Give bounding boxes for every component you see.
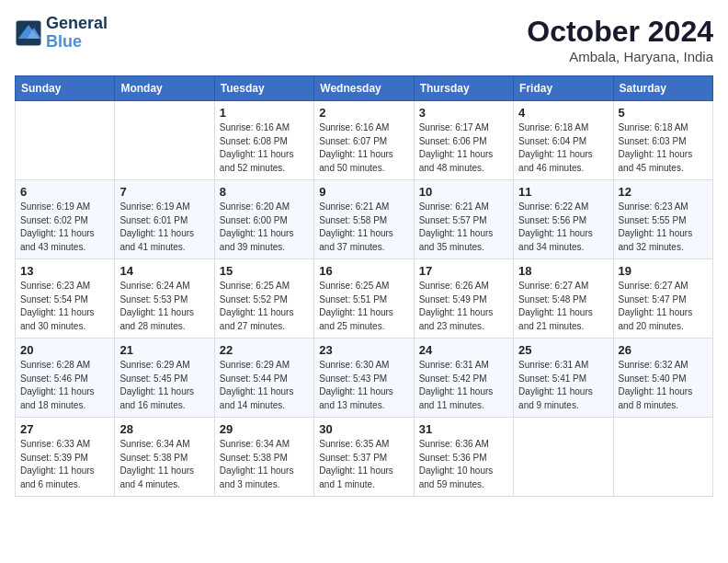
calendar-week-row: 6Sunrise: 6:19 AM Sunset: 6:02 PM Daylig… — [16, 180, 713, 259]
calendar-cell: 8Sunrise: 6:20 AM Sunset: 6:00 PM Daylig… — [214, 180, 313, 259]
day-number: 9 — [319, 185, 408, 199]
day-info: Sunrise: 6:25 AM Sunset: 5:51 PM Dayligh… — [319, 280, 408, 333]
day-number: 18 — [518, 264, 608, 278]
weekday-header: Tuesday — [214, 76, 313, 101]
day-number: 23 — [319, 343, 408, 357]
weekday-header: Monday — [115, 76, 214, 101]
day-number: 3 — [419, 106, 508, 120]
day-info: Sunrise: 6:27 AM Sunset: 5:48 PM Dayligh… — [518, 280, 608, 333]
day-info: Sunrise: 6:34 AM Sunset: 5:38 PM Dayligh… — [220, 438, 309, 491]
day-info: Sunrise: 6:28 AM Sunset: 5:46 PM Dayligh… — [20, 359, 109, 412]
calendar-cell — [16, 101, 115, 180]
day-info: Sunrise: 6:34 AM Sunset: 5:38 PM Dayligh… — [119, 438, 209, 491]
calendar-cell: 19Sunrise: 6:27 AM Sunset: 5:47 PM Dayli… — [613, 259, 712, 339]
weekday-header: Sunday — [16, 76, 115, 101]
title-block: October 2024 Ambala, Haryana, India — [527, 15, 713, 64]
day-info: Sunrise: 6:33 AM Sunset: 5:39 PM Dayligh… — [20, 438, 109, 491]
day-info: Sunrise: 6:20 AM Sunset: 6:00 PM Dayligh… — [220, 201, 309, 254]
day-info: Sunrise: 6:18 AM Sunset: 6:04 PM Dayligh… — [518, 121, 608, 175]
calendar-cell: 27Sunrise: 6:33 AM Sunset: 5:39 PM Dayli… — [16, 418, 115, 497]
day-number: 19 — [619, 264, 708, 278]
calendar-cell: 30Sunrise: 6:35 AM Sunset: 5:37 PM Dayli… — [314, 418, 414, 497]
calendar-cell: 13Sunrise: 6:23 AM Sunset: 5:54 PM Dayli… — [16, 259, 115, 339]
day-info: Sunrise: 6:29 AM Sunset: 5:45 PM Dayligh… — [119, 359, 209, 412]
day-number: 7 — [119, 185, 209, 199]
day-info: Sunrise: 6:27 AM Sunset: 5:47 PM Dayligh… — [619, 280, 708, 333]
calendar-week-row: 13Sunrise: 6:23 AM Sunset: 5:54 PM Dayli… — [16, 259, 713, 339]
weekday-header: Thursday — [414, 76, 513, 101]
day-number: 20 — [20, 343, 109, 357]
day-number: 27 — [20, 422, 109, 436]
calendar-week-row: 20Sunrise: 6:28 AM Sunset: 5:46 PM Dayli… — [16, 339, 713, 418]
day-info: Sunrise: 6:30 AM Sunset: 5:43 PM Dayligh… — [319, 359, 408, 412]
day-info: Sunrise: 6:18 AM Sunset: 6:03 PM Dayligh… — [619, 121, 708, 175]
calendar-week-row: 1Sunrise: 6:16 AM Sunset: 6:08 PM Daylig… — [16, 101, 713, 180]
calendar-cell: 5Sunrise: 6:18 AM Sunset: 6:03 PM Daylig… — [613, 101, 712, 180]
day-number: 4 — [518, 106, 608, 120]
day-number: 2 — [319, 106, 408, 120]
calendar-cell: 25Sunrise: 6:31 AM Sunset: 5:41 PM Dayli… — [514, 339, 613, 418]
day-info: Sunrise: 6:36 AM Sunset: 5:36 PM Dayligh… — [419, 438, 508, 491]
calendar-cell: 7Sunrise: 6:19 AM Sunset: 6:01 PM Daylig… — [115, 180, 214, 259]
day-number: 11 — [518, 185, 608, 199]
calendar-cell: 4Sunrise: 6:18 AM Sunset: 6:04 PM Daylig… — [514, 101, 613, 180]
calendar-cell: 28Sunrise: 6:34 AM Sunset: 5:38 PM Dayli… — [115, 418, 214, 497]
day-info: Sunrise: 6:32 AM Sunset: 5:40 PM Dayligh… — [619, 359, 708, 412]
day-info: Sunrise: 6:16 AM Sunset: 6:07 PM Dayligh… — [319, 121, 408, 175]
calendar-cell: 11Sunrise: 6:22 AM Sunset: 5:56 PM Dayli… — [514, 180, 613, 259]
day-number: 28 — [119, 422, 209, 436]
day-number: 31 — [419, 422, 508, 436]
weekday-header: Wednesday — [314, 76, 414, 101]
calendar-cell: 6Sunrise: 6:19 AM Sunset: 6:02 PM Daylig… — [16, 180, 115, 259]
day-number: 29 — [220, 422, 309, 436]
day-number: 13 — [20, 264, 109, 278]
weekday-header: Saturday — [613, 76, 712, 101]
day-number: 24 — [419, 343, 508, 357]
day-number: 17 — [419, 264, 508, 278]
location: Ambala, Haryana, India — [527, 49, 713, 64]
day-info: Sunrise: 6:35 AM Sunset: 5:37 PM Dayligh… — [319, 438, 408, 491]
day-info: Sunrise: 6:19 AM Sunset: 6:02 PM Dayligh… — [20, 201, 109, 254]
weekday-header: Friday — [514, 76, 613, 101]
page-header: General Blue October 2024 Ambala, Haryan… — [15, 15, 713, 64]
logo-text-line1: General — [46, 15, 108, 33]
calendar-cell: 1Sunrise: 6:16 AM Sunset: 6:08 PM Daylig… — [214, 101, 313, 180]
day-info: Sunrise: 6:26 AM Sunset: 5:49 PM Dayligh… — [419, 280, 508, 333]
calendar-cell: 3Sunrise: 6:17 AM Sunset: 6:06 PM Daylig… — [414, 101, 513, 180]
calendar-cell: 26Sunrise: 6:32 AM Sunset: 5:40 PM Dayli… — [613, 339, 712, 418]
day-info: Sunrise: 6:21 AM Sunset: 5:58 PM Dayligh… — [319, 201, 408, 254]
day-number: 26 — [619, 343, 708, 357]
day-number: 5 — [619, 106, 708, 120]
day-number: 15 — [220, 264, 309, 278]
day-info: Sunrise: 6:23 AM Sunset: 5:55 PM Dayligh… — [619, 201, 708, 254]
calendar-cell: 18Sunrise: 6:27 AM Sunset: 5:48 PM Dayli… — [514, 259, 613, 339]
day-number: 14 — [119, 264, 209, 278]
day-info: Sunrise: 6:29 AM Sunset: 5:44 PM Dayligh… — [220, 359, 309, 412]
day-info: Sunrise: 6:24 AM Sunset: 5:53 PM Dayligh… — [119, 280, 209, 333]
calendar-week-row: 27Sunrise: 6:33 AM Sunset: 5:39 PM Dayli… — [16, 418, 713, 497]
day-info: Sunrise: 6:31 AM Sunset: 5:42 PM Dayligh… — [419, 359, 508, 412]
calendar-table: SundayMondayTuesdayWednesdayThursdayFrid… — [15, 75, 713, 497]
day-info: Sunrise: 6:17 AM Sunset: 6:06 PM Dayligh… — [419, 121, 508, 175]
logo-text-line2: Blue — [46, 33, 108, 52]
day-info: Sunrise: 6:22 AM Sunset: 5:56 PM Dayligh… — [518, 201, 608, 254]
calendar-cell: 2Sunrise: 6:16 AM Sunset: 6:07 PM Daylig… — [314, 101, 414, 180]
day-number: 25 — [518, 343, 608, 357]
day-info: Sunrise: 6:16 AM Sunset: 6:08 PM Dayligh… — [220, 121, 309, 175]
calendar-cell: 22Sunrise: 6:29 AM Sunset: 5:44 PM Dayli… — [214, 339, 313, 418]
day-number: 21 — [119, 343, 209, 357]
day-info: Sunrise: 6:21 AM Sunset: 5:57 PM Dayligh… — [419, 201, 508, 254]
calendar-cell: 10Sunrise: 6:21 AM Sunset: 5:57 PM Dayli… — [414, 180, 513, 259]
weekday-header-row: SundayMondayTuesdayWednesdayThursdayFrid… — [16, 76, 713, 101]
calendar-cell: 21Sunrise: 6:29 AM Sunset: 5:45 PM Dayli… — [115, 339, 214, 418]
calendar-cell — [514, 418, 613, 497]
day-number: 22 — [220, 343, 309, 357]
calendar-cell: 17Sunrise: 6:26 AM Sunset: 5:49 PM Dayli… — [414, 259, 513, 339]
calendar-cell: 15Sunrise: 6:25 AM Sunset: 5:52 PM Dayli… — [214, 259, 313, 339]
calendar-cell: 9Sunrise: 6:21 AM Sunset: 5:58 PM Daylig… — [314, 180, 414, 259]
logo-icon — [15, 19, 42, 47]
day-number: 10 — [419, 185, 508, 199]
day-number: 16 — [319, 264, 408, 278]
day-number: 6 — [20, 185, 109, 199]
calendar-cell: 29Sunrise: 6:34 AM Sunset: 5:38 PM Dayli… — [214, 418, 313, 497]
